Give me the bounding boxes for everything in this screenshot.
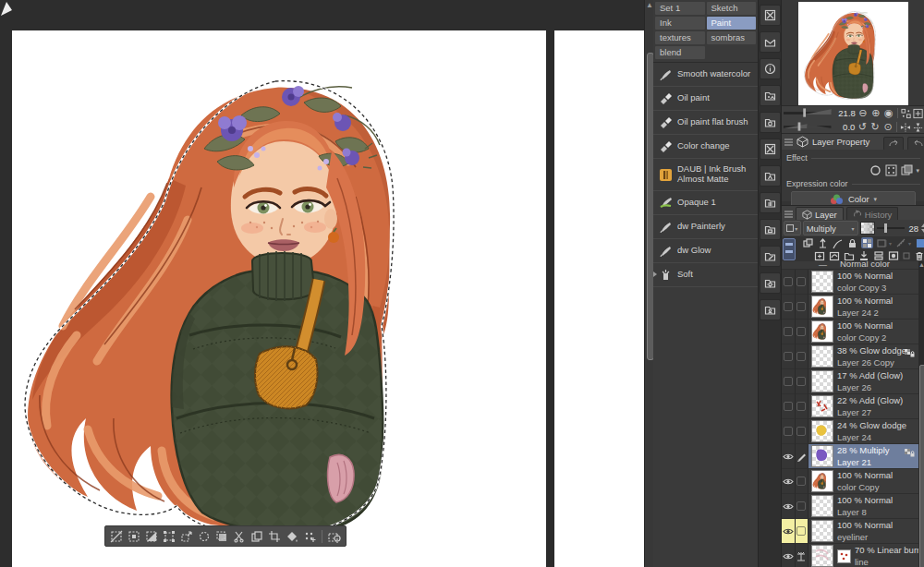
material-tab-folder-photo-icon[interactable]	[760, 112, 781, 133]
new-raster-layer-icon[interactable]	[814, 250, 825, 261]
select-area-icon[interactable]	[126, 528, 142, 544]
layer-edit-indicator[interactable]	[796, 394, 809, 419]
blend-mode-dropdown[interactable]: Multiply▾	[803, 221, 858, 235]
zoom-slider[interactable]	[784, 108, 833, 118]
layer-edit-indicator[interactable]	[796, 469, 809, 494]
brush-item[interactable]: Soft	[653, 263, 758, 287]
brush-item[interactable]: Smooth watercolor	[653, 63, 758, 87]
material-tab-folder-edit-icon[interactable]	[760, 246, 781, 267]
fill-icon[interactable]	[284, 528, 300, 544]
new-vector-layer-icon[interactable]	[829, 250, 840, 261]
invert-selection-icon[interactable]	[143, 528, 160, 544]
selection-to-layer-icon[interactable]	[213, 528, 230, 544]
layer-visibility-toggle[interactable]	[782, 295, 796, 320]
layer-filter-dropdown[interactable]: ▾	[784, 221, 801, 235]
clip-below-icon[interactable]	[802, 237, 814, 248]
subtool-tab-ink[interactable]: Ink	[655, 17, 705, 30]
crop-icon[interactable]	[266, 528, 283, 544]
transform-icon[interactable]	[161, 528, 177, 544]
draft-layer-icon[interactable]	[832, 237, 844, 248]
material-tab-folder-person-icon[interactable]	[760, 299, 781, 320]
zoom-out-button[interactable]: ⊖	[857, 107, 869, 119]
fit-screen-icon[interactable]	[913, 108, 923, 119]
copy-paste-icon[interactable]	[249, 528, 265, 544]
delete-layer-icon[interactable]	[914, 250, 924, 261]
subtool-tab-sombras[interactable]: sombras	[707, 31, 757, 44]
enable-mask-icon[interactable]: ▾	[876, 237, 893, 248]
lock-layer-icon[interactable]	[846, 237, 858, 248]
material-tab-canvas2-icon[interactable]	[760, 139, 781, 160]
zoom-fit-button[interactable]: ◉	[883, 107, 894, 119]
layer-color-icon[interactable]: ▾	[915, 237, 924, 248]
transfer-down-icon[interactable]	[858, 250, 869, 261]
layer-row-partial[interactable]: — Normal color	[782, 261, 918, 270]
rotate-slider[interactable]	[784, 122, 833, 132]
rotate-selection-icon[interactable]	[196, 528, 213, 544]
layer-visibility-toggle[interactable]	[782, 394, 796, 419]
layer-visibility-toggle[interactable]	[782, 444, 796, 469]
new-tone-icon[interactable]	[301, 528, 318, 544]
brush-item[interactable]: Oil paint flat brush	[653, 111, 758, 135]
tab-layer[interactable]: Layer	[796, 207, 844, 221]
rotate-ccw-button[interactable]: ↺	[857, 121, 868, 133]
subtool-tab-paint[interactable]: Paint	[707, 17, 757, 30]
tab-history[interactable]: History	[846, 207, 899, 221]
layer-color-effect-button[interactable]: ▾	[901, 164, 919, 176]
material-tab-folder-grid-icon[interactable]	[760, 192, 781, 213]
layer-row[interactable]: 22 % Add (Glow)Layer 27	[782, 394, 918, 419]
palette-color-chip[interactable]	[783, 238, 796, 260]
scroll-up-icon[interactable]: ▲	[646, 1, 653, 10]
layer-edit-indicator[interactable]	[796, 544, 809, 567]
scroll-up-icon[interactable]: ▲	[918, 261, 924, 269]
layer-row[interactable]: 17 % Add (Glow)Layer 26	[782, 369, 918, 394]
subtool-tab-textures[interactable]: textures	[655, 31, 705, 44]
layer-visibility-toggle[interactable]	[782, 419, 796, 444]
material-tab-folder-image-icon[interactable]	[760, 85, 781, 106]
layer-visibility-toggle[interactable]	[782, 544, 796, 567]
layer-row[interactable]: 24 % Glow dodgeLayer 24	[782, 419, 918, 444]
layer-edit-indicator[interactable]	[796, 344, 809, 369]
reset-rotation-button[interactable]: ⊙	[882, 121, 894, 133]
layer-row[interactable]: 100 % NormalLayer 8	[782, 494, 918, 519]
layer-list-scrollbar[interactable]: ▲	[918, 261, 924, 567]
layer-visibility-toggle[interactable]	[782, 469, 796, 494]
material-tab-folder-gear-icon[interactable]	[760, 272, 781, 294]
brush-item[interactable]: Opaque 1	[653, 191, 758, 215]
material-tab-folder-a-icon[interactable]	[760, 165, 781, 187]
layer-edit-indicator[interactable]	[796, 444, 809, 469]
cut-paste-icon[interactable]	[231, 528, 248, 544]
navigator-preview[interactable]	[798, 2, 908, 105]
flip-vertical-icon[interactable]	[913, 122, 923, 133]
layer-visibility-toggle[interactable]	[782, 369, 796, 394]
scale-selection-icon[interactable]	[178, 528, 195, 544]
layer-visibility-toggle[interactable]	[782, 320, 796, 344]
layer-edit-indicator[interactable]	[796, 295, 809, 320]
lock-alpha-icon[interactable]	[861, 237, 873, 248]
material-tab-folder-b-icon[interactable]	[760, 219, 781, 240]
layer-row[interactable]: 38 % Glow dodgeLayer 26 Copy	[782, 344, 918, 369]
apply-mask-icon[interactable]	[903, 250, 910, 261]
brush-item[interactable]: dw Glow	[653, 239, 758, 263]
reference-layer-icon[interactable]	[817, 237, 829, 248]
border-effect-button[interactable]	[869, 164, 881, 176]
material-tab-tray-icon[interactable]	[760, 31, 781, 53]
brush-item[interactable]: DAUB | Ink Brush Almost Matte	[653, 159, 758, 191]
layer-row[interactable]: 100 % NormalLayer 24 2	[782, 295, 918, 320]
ruler-icon[interactable]: ▾	[895, 237, 912, 248]
subtool-tab-sketch[interactable]: Sketch	[707, 2, 757, 15]
layer-row[interactable]: 100 % Normalcolor Copy	[782, 469, 918, 494]
layer-row[interactable]: 100 % Normalcolor Copy 2	[782, 320, 918, 344]
scrollbar-thumb[interactable]	[919, 365, 924, 567]
layer-visibility-toggle[interactable]	[782, 519, 796, 544]
brush-item[interactable]: Color change	[653, 135, 758, 159]
layer-edit-indicator[interactable]	[796, 419, 809, 444]
rotate-cw-button[interactable]: ↻	[869, 121, 881, 133]
layer-row[interactable]: 70 % Linear burnline	[782, 544, 918, 567]
docked-palette-tab-2[interactable]	[907, 137, 924, 151]
layer-visibility-toggle[interactable]	[782, 344, 796, 369]
panel-menu-icon[interactable]	[784, 139, 793, 146]
layer-edit-indicator[interactable]	[796, 270, 809, 295]
opacity-slider[interactable]	[877, 223, 905, 234]
layer-visibility-toggle[interactable]	[782, 270, 796, 295]
pixel-grid-icon[interactable]	[901, 108, 911, 119]
